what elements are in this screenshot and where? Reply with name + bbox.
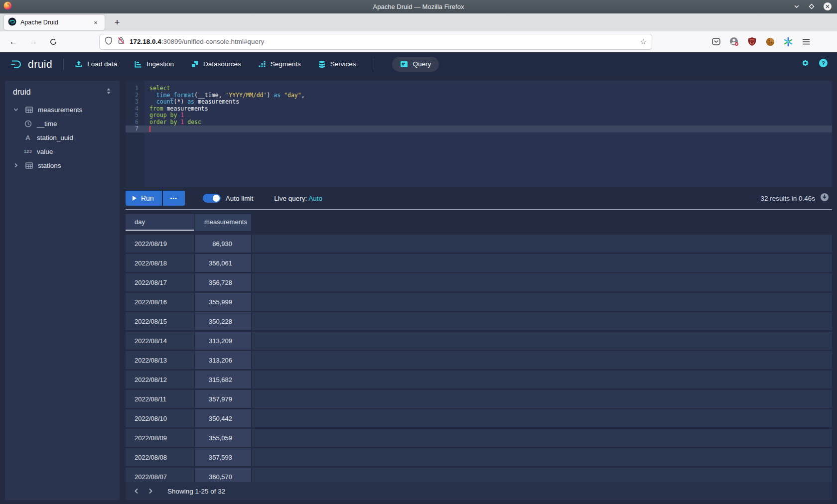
- nav-datasources[interactable]: Datasources: [191, 60, 241, 68]
- download-results-icon[interactable]: [820, 193, 829, 204]
- cell-day[interactable]: 2022/08/14: [126, 332, 194, 350]
- table-row: 2022/08/12315,682: [126, 371, 832, 388]
- code-line[interactable]: 5group by 1: [126, 112, 832, 119]
- sidebar-column-value[interactable]: 123 value: [5, 144, 120, 158]
- row-filler: [252, 254, 832, 272]
- url-text[interactable]: 172.18.0.4:30899/unified-console.html#qu…: [130, 38, 636, 45]
- new-tab-button[interactable]: +: [110, 15, 125, 30]
- run-more-button[interactable]: •••: [163, 191, 185, 206]
- cell-day[interactable]: 2022/08/08: [126, 448, 194, 466]
- code-line[interactable]: 4from measurements: [126, 106, 832, 113]
- profile-extension-icon[interactable]: [728, 36, 740, 47]
- code-line[interactable]: 7: [126, 126, 832, 132]
- nav-label: Query: [413, 60, 431, 68]
- chevron-right-icon[interactable]: [12, 163, 20, 168]
- cell-day[interactable]: 2022/08/16: [126, 293, 194, 311]
- row-filler: [252, 312, 832, 330]
- browser-tab-apache-druid[interactable]: Apache Druid ×: [4, 15, 105, 30]
- cell-measurements[interactable]: 315,682: [195, 371, 251, 388]
- toggle-switch[interactable]: [203, 194, 221, 203]
- column-name: station_uuid: [37, 134, 73, 141]
- window-maximize-button[interactable]: [808, 3, 815, 10]
- cell-measurements[interactable]: 86,930: [195, 235, 251, 252]
- table-row: 2022/08/18356,061: [126, 254, 832, 272]
- browser-toolbar: ← → 172.18.0.4:30899/unified-console.htm…: [0, 31, 837, 52]
- cell-measurements[interactable]: 350,228: [195, 312, 251, 330]
- reload-button[interactable]: [47, 35, 60, 48]
- sidebar-column-station-uuid[interactable]: A station_uuid: [5, 130, 120, 144]
- settings-gear-icon[interactable]: [801, 58, 810, 70]
- live-query-value[interactable]: Auto: [308, 195, 322, 202]
- auto-limit-label: Auto limit: [226, 195, 254, 202]
- column-name: __time: [37, 120, 57, 127]
- asterisk-extension-icon[interactable]: [782, 36, 794, 47]
- cell-measurements[interactable]: 355,999: [195, 293, 251, 311]
- run-button[interactable]: Run: [126, 191, 162, 206]
- cell-day[interactable]: 2022/08/09: [126, 429, 194, 447]
- code-line[interactable]: 3 count(*) as measurements: [126, 99, 832, 106]
- cell-day[interactable]: 2022/08/17: [126, 273, 194, 291]
- cell-measurements[interactable]: 357,593: [195, 448, 251, 466]
- cell-measurements[interactable]: 355,059: [195, 429, 251, 447]
- cell-measurements[interactable]: 356,061: [195, 254, 251, 272]
- column-header-day[interactable]: day: [126, 214, 194, 231]
- chevron-down-icon[interactable]: [12, 107, 20, 112]
- nav-segments[interactable]: Segments: [258, 60, 301, 68]
- cell-measurements[interactable]: 356,728: [195, 273, 251, 291]
- auto-limit-toggle[interactable]: Auto limit: [203, 194, 254, 203]
- cell-day[interactable]: 2022/08/13: [126, 351, 194, 369]
- cell-day[interactable]: 2022/08/10: [126, 409, 194, 427]
- previous-page-button[interactable]: [130, 484, 143, 498]
- cell-measurements[interactable]: 357,979: [195, 390, 251, 408]
- table-row: 2022/08/1986,930: [126, 235, 832, 252]
- browser-tabbar: Apache Druid × +: [0, 13, 837, 31]
- string-column-icon: A: [23, 134, 33, 141]
- back-button[interactable]: ←: [7, 35, 20, 48]
- cell-day[interactable]: 2022/08/07: [126, 468, 194, 482]
- nav-query[interactable]: Query: [392, 57, 439, 72]
- nav-services[interactable]: Services: [318, 60, 356, 68]
- pocket-icon[interactable]: [710, 36, 722, 47]
- nav-load-data[interactable]: Load data: [75, 60, 117, 68]
- sidebar-table-measurements[interactable]: measurements: [5, 103, 120, 117]
- sql-editor[interactable]: 1select2 time_format(__time, 'YYYY/MM/dd…: [126, 81, 832, 187]
- cell-day[interactable]: 2022/08/18: [126, 254, 194, 272]
- cell-measurements[interactable]: 360,570: [195, 468, 251, 482]
- tracking-shield-icon[interactable]: [105, 36, 113, 47]
- window-close-button[interactable]: [823, 2, 832, 11]
- firefox-logo-icon: [3, 1, 12, 12]
- insecure-lock-icon[interactable]: [117, 36, 125, 47]
- sidebar-table-stations[interactable]: stations: [5, 158, 120, 172]
- code-line[interactable]: 1select: [126, 85, 832, 92]
- table-row: 2022/08/11357,979: [126, 390, 832, 408]
- row-filler: [252, 371, 832, 388]
- cell-day[interactable]: 2022/08/12: [126, 371, 194, 388]
- sidebar-column-time[interactable]: __time: [5, 117, 120, 130]
- menu-hamburger-icon[interactable]: [800, 36, 812, 47]
- forward-button[interactable]: →: [27, 35, 40, 48]
- query-icon: [400, 60, 408, 68]
- sort-columns-icon[interactable]: [106, 88, 112, 97]
- code-line[interactable]: 6order by 1 desc: [126, 119, 832, 126]
- cookie-extension-icon[interactable]: [764, 36, 776, 47]
- next-page-button[interactable]: [143, 484, 157, 498]
- table-row: 2022/08/09355,059: [126, 429, 832, 447]
- column-header-measurements[interactable]: measurements: [195, 214, 251, 231]
- bookmark-star-icon[interactable]: ☆: [640, 37, 647, 46]
- code-line[interactable]: 2 time_format(__time, 'YYYY/MM/dd') as "…: [126, 92, 832, 99]
- cell-day[interactable]: 2022/08/11: [126, 390, 194, 408]
- druid-logo[interactable]: druid: [9, 57, 52, 72]
- cell-measurements[interactable]: 313,209: [195, 332, 251, 350]
- cell-measurements[interactable]: 313,206: [195, 351, 251, 369]
- nav-ingestion[interactable]: Ingestion: [134, 60, 174, 68]
- ublock-icon[interactable]: [746, 36, 758, 47]
- url-bar[interactable]: 172.18.0.4:30899/unified-console.html#qu…: [100, 34, 652, 49]
- help-icon[interactable]: ?: [819, 58, 828, 70]
- number-column-icon: 123: [23, 149, 33, 154]
- cell-day[interactable]: 2022/08/15: [126, 312, 194, 330]
- cell-day[interactable]: 2022/08/19: [126, 235, 194, 252]
- tab-close-icon[interactable]: ×: [91, 17, 101, 27]
- cell-measurements[interactable]: 350,442: [195, 409, 251, 427]
- window-title: Apache Druid — Mozilla Firefox: [0, 3, 837, 10]
- window-minimize-button[interactable]: [793, 3, 800, 10]
